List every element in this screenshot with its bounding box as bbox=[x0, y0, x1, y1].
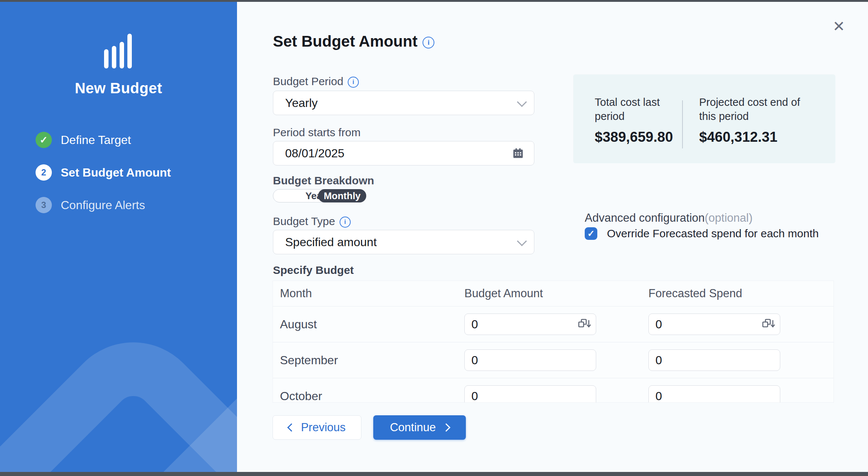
wizard-sidebar: New Budget ✓ Define Target 2 Set Budget … bbox=[0, 2, 237, 472]
column-month: Month bbox=[273, 287, 464, 300]
continue-button[interactable]: Continue bbox=[373, 415, 466, 440]
october-budget-amount-input[interactable] bbox=[464, 385, 596, 403]
divider bbox=[682, 100, 683, 148]
specify-budget-label: Specify Budget bbox=[273, 264, 354, 276]
total-cost-value: $389,659.80 bbox=[595, 129, 665, 145]
projected-cost-end-period: Projected cost end of this period $460,3… bbox=[699, 95, 818, 145]
copy-down-icon[interactable] bbox=[762, 318, 775, 329]
budget-type-info-icon[interactable]: i bbox=[340, 217, 351, 228]
logo-bar bbox=[120, 42, 124, 68]
step-number-badge: 2 bbox=[36, 164, 52, 181]
new-budget-modal: New Budget ✓ Define Target 2 Set Budget … bbox=[0, 0, 868, 476]
budget-type-label: Budget Typei bbox=[273, 215, 351, 228]
column-budget-amount: Budget Amount bbox=[464, 287, 648, 300]
chevron-down-icon bbox=[517, 97, 527, 107]
september-forecasted-spend-input[interactable] bbox=[648, 349, 780, 371]
specify-budget-table: Month Budget Amount Forecasted Spend Aug… bbox=[273, 281, 834, 403]
step-define-target[interactable]: ✓ Define Target bbox=[36, 132, 171, 148]
october-forecasted-spend-input[interactable] bbox=[648, 385, 780, 403]
table-row-october: October bbox=[273, 378, 834, 403]
breakdown-monthly-option[interactable]: Monthly bbox=[318, 189, 366, 202]
chevron-right-icon bbox=[442, 423, 451, 432]
check-circle-icon: ✓ bbox=[36, 132, 52, 148]
override-forecast-checkbox-row: ✓ Override Forecasted spend for each mon… bbox=[585, 227, 819, 240]
set-budget-amount-panel: Set Budget Amounti ✕ Budget Periodi Year… bbox=[237, 2, 868, 472]
september-budget-amount-field bbox=[464, 349, 596, 371]
table-row-august: August bbox=[273, 306, 834, 342]
august-forecasted-spend-input[interactable] bbox=[648, 314, 780, 335]
budget-period-info-icon[interactable]: i bbox=[348, 77, 359, 88]
october-forecasted-spend-field bbox=[648, 385, 780, 403]
october-budget-amount-field bbox=[464, 385, 596, 403]
august-budget-amount-field bbox=[464, 314, 596, 335]
step-number-badge: 3 bbox=[36, 197, 52, 213]
budget-type-select[interactable]: Specified amount bbox=[273, 230, 534, 254]
window-bottom-edge bbox=[0, 472, 868, 476]
close-icon[interactable]: ✕ bbox=[832, 19, 845, 34]
wizard-steps: ✓ Define Target 2 Set Budget Amount 3 Co… bbox=[36, 132, 171, 229]
august-forecasted-spend-field bbox=[648, 314, 780, 335]
title-info-icon[interactable]: i bbox=[423, 37, 434, 48]
logo-bar bbox=[112, 46, 116, 68]
period-starts-date-input[interactable]: 08/01/2025 bbox=[273, 141, 534, 165]
budget-breakdown-label: Budget Breakdown bbox=[273, 174, 374, 187]
bar-chart-logo-icon bbox=[104, 33, 132, 68]
optional-suffix: (optional) bbox=[705, 211, 752, 224]
copy-down-icon[interactable] bbox=[578, 318, 591, 329]
wizard-title: New Budget bbox=[0, 80, 237, 97]
previous-button[interactable]: Previous bbox=[273, 415, 361, 440]
step-set-budget-amount[interactable]: 2 Set Budget Amount bbox=[36, 164, 171, 181]
page-title: Set Budget Amounti bbox=[273, 33, 434, 50]
cost-summary-card: Total cost last period $389,659.80 Proje… bbox=[573, 74, 835, 163]
column-forecasted-spend: Forecasted Spend bbox=[648, 287, 834, 300]
budget-breakdown-toggle: Yearly Monthly bbox=[273, 189, 366, 202]
projected-cost-value: $460,312.31 bbox=[699, 129, 818, 145]
table-row-september: September bbox=[273, 342, 834, 378]
advanced-configuration-title: Advanced configuration(optional) bbox=[585, 211, 752, 225]
calendar-icon bbox=[512, 147, 524, 160]
chevron-left-icon bbox=[287, 423, 296, 432]
chevron-down-icon bbox=[517, 236, 527, 246]
september-forecasted-spend-field bbox=[648, 349, 780, 371]
window-top-edge bbox=[0, 0, 868, 2]
period-starts-label: Period starts from bbox=[273, 126, 361, 139]
budget-period-label: Budget Periodi bbox=[273, 75, 359, 88]
september-budget-amount-input[interactable] bbox=[464, 349, 596, 371]
budget-period-select[interactable]: Yearly bbox=[273, 91, 534, 115]
step-configure-alerts[interactable]: 3 Configure Alerts bbox=[36, 197, 171, 213]
august-budget-amount-input[interactable] bbox=[464, 314, 596, 335]
override-forecast-checkbox[interactable]: ✓ bbox=[585, 227, 597, 240]
table-header-row: Month Budget Amount Forecasted Spend bbox=[273, 281, 834, 306]
total-cost-last-period: Total cost last period $389,659.80 bbox=[595, 95, 665, 145]
override-forecast-label: Override Forecasted spend for each month bbox=[607, 227, 819, 240]
logo-bar bbox=[104, 49, 108, 68]
logo-bar bbox=[127, 34, 132, 68]
